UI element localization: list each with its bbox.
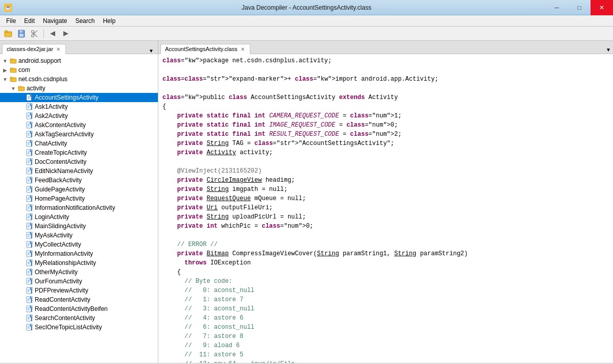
right-tab[interactable]: AccountSettingsActivity.class ✕ xyxy=(160,44,250,54)
tree-node-DocContentActivity[interactable]: DocContentActivity xyxy=(0,157,158,166)
code-line-4: class="kw">public class AccountSettingsA… xyxy=(162,93,609,102)
menu-navigate[interactable]: Navigate xyxy=(39,16,71,26)
tree-label-EditNickNameActivity: EditNickNameActivity xyxy=(35,167,93,175)
code-line-10: private Activity activity; xyxy=(162,148,609,157)
tree-node-EditNickNameActivity[interactable]: EditNickNameActivity xyxy=(0,166,158,176)
tree-toggle-net-csdn[interactable]: ▼ xyxy=(2,77,8,82)
tree-node-AskTagSearchActivity[interactable]: AskTagSearchActivity xyxy=(0,130,158,139)
tree-node-OtherMyActivity[interactable]: OtherMyActivity xyxy=(0,268,158,277)
tree-node-InformationNotificationActivity[interactable]: InformationNotificationActivity xyxy=(0,203,158,212)
tree-node-com[interactable]: ▶com xyxy=(0,65,158,75)
toolbar-save[interactable] xyxy=(15,28,28,39)
tree-node-Ask2Activity[interactable]: Ask2Activity xyxy=(0,111,158,120)
tree-label-ChatActivity: ChatActivity xyxy=(35,140,67,147)
tree-label-activity: activity xyxy=(27,85,45,92)
tree-label-InformationNotificationActivity: InformationNotificationActivity xyxy=(35,204,115,211)
tree-node-MyInformationActivity[interactable]: MyInformationActivity xyxy=(0,249,158,258)
minimize-button[interactable]: ─ xyxy=(546,0,568,15)
svg-rect-17 xyxy=(11,69,15,70)
tree-label-PDFPreviewActivity: PDFPreviewActivity xyxy=(35,287,88,294)
left-panel-dropdown[interactable]: ▼ xyxy=(149,48,154,54)
menu-edit[interactable]: Edit xyxy=(20,16,39,26)
left-tab-close[interactable]: ✕ xyxy=(55,46,61,52)
tree-label-AskTagSearchActivity: AskTagSearchActivity xyxy=(35,131,93,138)
class-icon xyxy=(26,103,34,111)
class-icon xyxy=(26,286,34,295)
tree-node-MyRelationshipActivity[interactable]: MyRelationshipActivity xyxy=(0,258,158,268)
tree-node-MyCollectActivity[interactable]: MyCollectActivity xyxy=(0,240,158,249)
class-icon xyxy=(26,195,34,203)
class-icon xyxy=(26,204,34,212)
code-line-16: private Uri outputFileUri; xyxy=(162,203,609,212)
svg-point-7 xyxy=(32,30,34,33)
close-button[interactable]: ✕ xyxy=(591,0,613,15)
code-line-31: // 9: aload 6 xyxy=(162,341,609,350)
tree-toggle-android-support[interactable]: ▼ xyxy=(2,58,8,64)
code-line-14: private String imgpath = null; xyxy=(162,185,609,194)
tree-node-ReadContentActivity[interactable]: ReadContentActivity xyxy=(0,295,158,304)
left-tab[interactable]: classes-dex2jar.jar ✕ xyxy=(2,44,66,54)
svg-rect-1 xyxy=(5,31,8,32)
tree-node-activity[interactable]: ▼activity xyxy=(0,84,158,93)
toolbar-forward[interactable] xyxy=(60,28,72,39)
tree-node-HomePageActivity[interactable]: HomePageActivity xyxy=(0,194,158,203)
tree-node-SecIOneTopicListActivity[interactable]: SecIOneTopicListActivity xyxy=(0,323,158,332)
menu-search[interactable]: Search xyxy=(71,16,99,26)
tree-node-MyAskActivity[interactable]: MyAskActivity xyxy=(0,231,158,240)
tree-node-Ask1Activity[interactable]: Ask1Activity xyxy=(0,102,158,111)
code-line-20: // ERROR // xyxy=(162,240,609,249)
class-icon xyxy=(26,314,34,322)
tree-node-OurForumActivity[interactable]: OurForumActivity xyxy=(0,277,158,286)
tree-node-AccountSettingsActivity[interactable]: AccountSettingsActivity xyxy=(0,93,158,102)
toolbar-scissors[interactable] xyxy=(29,28,41,39)
tree-node-GuidePageActivity[interactable]: GuidePageActivity xyxy=(0,185,158,194)
tree-node-ChatActivity[interactable]: ChatActivity xyxy=(0,139,158,148)
menu-help[interactable]: Help xyxy=(99,16,120,26)
tree-label-com: com xyxy=(18,66,30,74)
class-icon xyxy=(26,158,34,166)
tree-label-GuidePageActivity: GuidePageActivity xyxy=(35,186,85,193)
tree-label-net-csdn: net.csdn.csdnplus xyxy=(18,76,67,83)
menu-file[interactable]: File xyxy=(2,16,20,26)
code-line-22: throws IOException xyxy=(162,258,609,268)
tree-toggle-activity[interactable]: ▼ xyxy=(10,86,16,91)
tree-node-MainSlidingActivity[interactable]: MainSlidingActivity xyxy=(0,222,158,231)
package-icon xyxy=(17,84,26,92)
tree-label-ReadContentActivityBeifen: ReadContentActivityBeifen xyxy=(35,305,108,312)
right-panel-dropdown[interactable]: ▼ xyxy=(606,47,611,53)
code-line-17: private String uploadPicUrl = null; xyxy=(162,212,609,222)
class-icon xyxy=(26,93,34,102)
tree-node-SearchContentActivity[interactable]: SearchContentActivity xyxy=(0,313,158,323)
class-icon xyxy=(26,176,34,184)
code-view[interactable]: class="kw">package net.csdn.csdnplus.act… xyxy=(158,54,613,363)
left-panel: classes-dex2jar.jar ✕ ▼ ▼android.support… xyxy=(0,41,158,363)
tree-node-android-support[interactable]: ▼android.support xyxy=(0,56,158,65)
tree-label-LoginActivity: LoginActivity xyxy=(35,213,69,221)
class-icon xyxy=(26,139,34,148)
tree-label-FeedBackActivity: FeedBackActivity xyxy=(35,177,82,184)
toolbar-open[interactable] xyxy=(2,28,14,39)
tree-node-AskContentActivity[interactable]: AskContentActivity xyxy=(0,120,158,130)
maximize-button[interactable]: □ xyxy=(568,0,591,15)
tree-label-MyInformationActivity: MyInformationActivity xyxy=(35,250,93,257)
svg-rect-4 xyxy=(19,34,23,37)
tree-toggle-com[interactable]: ▶ xyxy=(2,67,8,73)
toolbar xyxy=(0,27,613,41)
toolbar-back[interactable] xyxy=(46,28,59,39)
tree-node-CreateTopicActivity[interactable]: CreateTopicActivity xyxy=(0,148,158,157)
code-line-23: { xyxy=(162,268,609,277)
title-bar: ☕ Java Decompiler - AccountSettingsActiv… xyxy=(0,0,613,15)
right-panel: AccountSettingsActivity.class ✕ ▼ class=… xyxy=(158,41,613,363)
package-icon xyxy=(9,75,17,83)
right-tab-close[interactable]: ✕ xyxy=(240,46,246,52)
tree-node-LoginActivity[interactable]: LoginActivity xyxy=(0,212,158,222)
svg-rect-14 xyxy=(11,60,15,61)
tree-node-FeedBackActivity[interactable]: FeedBackActivity xyxy=(0,176,158,185)
left-tab-label: classes-dex2jar.jar xyxy=(7,46,53,52)
tree-label-HomePageActivity: HomePageActivity xyxy=(35,195,85,202)
window-controls: ─ □ ✕ xyxy=(546,0,613,15)
tree-node-net-csdn[interactable]: ▼net.csdn.csdnplus xyxy=(0,75,158,84)
tree-view[interactable]: ▼android.support▶com▼net.csdn.csdnplus▼a… xyxy=(0,54,158,363)
tree-node-ReadContentActivityBeifen[interactable]: ReadContentActivityBeifen xyxy=(0,304,158,313)
tree-node-PDFPreviewActivity[interactable]: PDFPreviewActivity xyxy=(0,286,158,295)
